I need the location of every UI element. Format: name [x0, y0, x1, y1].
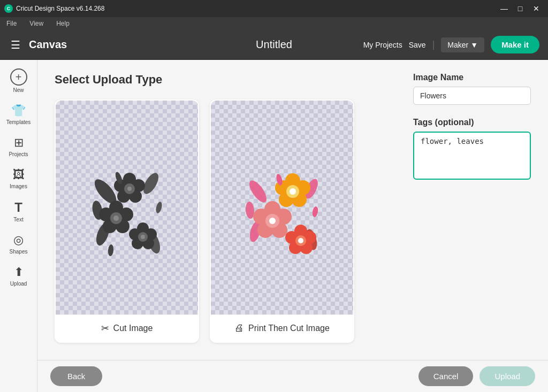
image-name-section: Image Name	[413, 73, 531, 105]
make-it-button[interactable]: Make it	[491, 36, 539, 53]
sidebar-item-projects[interactable]: ⊞ Projects	[3, 132, 35, 162]
save-button[interactable]: Save	[409, 41, 426, 49]
close-button[interactable]: ✕	[529, 3, 544, 14]
new-icon: +	[10, 68, 27, 86]
tags-label: Tags (optional)	[413, 118, 531, 127]
cancel-button[interactable]: Cancel	[418, 366, 474, 386]
print-cut-card[interactable]: 🖨 Print Then Cut Image	[210, 99, 354, 343]
shapes-icon: ◎	[13, 233, 24, 247]
sidebar-new-label: New	[13, 87, 24, 93]
print-icon: 🖨	[234, 322, 244, 334]
upload-button[interactable]: Upload	[480, 366, 535, 386]
sidebar-text-label: Text	[13, 217, 23, 222]
svg-point-47	[269, 218, 276, 224]
menu-view[interactable]: View	[27, 19, 45, 28]
cut-image-label: ✂ Cut Image	[56, 314, 198, 342]
app-icon: C	[4, 4, 13, 13]
svg-point-18	[113, 216, 119, 221]
svg-point-28	[108, 244, 114, 257]
print-cut-text: Print Then Cut Image	[248, 324, 330, 333]
sidebar-item-text[interactable]: T Text	[3, 196, 35, 227]
maker-label: Maker	[447, 41, 468, 49]
minimize-button[interactable]: —	[497, 3, 512, 14]
sidebar-item-shapes[interactable]: ◎ Shapes	[3, 229, 35, 259]
header-divider: |	[432, 39, 435, 50]
hamburger-button[interactable]: ☰	[9, 36, 22, 53]
cut-image-svg	[73, 149, 180, 266]
print-cut-svg	[229, 149, 336, 266]
section-title: Select Upload Type	[55, 73, 396, 87]
menu-help[interactable]: Help	[54, 19, 72, 28]
app-name: Cricut Design Space v6.14.268	[16, 5, 104, 12]
upload-sidebar-icon: ⬆	[14, 265, 24, 279]
images-icon: 🖼	[13, 168, 25, 182]
svg-point-25	[141, 235, 145, 239]
sidebar-upload-label: Upload	[10, 281, 27, 287]
svg-point-27	[155, 201, 163, 214]
maker-chevron-icon: ▼	[470, 41, 478, 49]
bottom-bar: Back Cancel Upload	[37, 360, 548, 392]
cut-image-preview	[56, 101, 198, 314]
cut-image-card[interactable]: ✂ Cut Image	[55, 99, 199, 343]
project-title: Untitled	[256, 39, 292, 51]
app-header: ☰ Canvas Untitled My Projects Save | Mak…	[0, 30, 548, 60]
left-panel: Select Upload Type	[55, 73, 396, 347]
sidebar-projects-label: Projects	[9, 151, 28, 157]
back-button[interactable]: Back	[50, 366, 102, 386]
content-area: Select Upload Type	[37, 60, 548, 392]
main-layout: + New 👕 Templates ⊞ Projects 🖼 Images T …	[0, 60, 548, 392]
cut-image-text: Cut Image	[113, 324, 153, 333]
sidebar-images-label: Images	[10, 183, 27, 189]
sidebar: + New 👕 Templates ⊞ Projects 🖼 Images T …	[0, 60, 37, 392]
sidebar-shapes-label: Shapes	[10, 249, 28, 255]
sidebar-item-templates[interactable]: 👕 Templates	[3, 99, 35, 129]
tags-section: Tags (optional) flower, leaves	[413, 118, 531, 182]
my-projects-button[interactable]: My Projects	[363, 41, 402, 49]
sidebar-item-upload[interactable]: ⬆ Upload	[3, 261, 35, 291]
menu-bar: File View Help	[0, 17, 548, 30]
svg-point-11	[127, 187, 132, 191]
cut-icon: ✂	[101, 322, 109, 334]
upload-cards: ✂ Cut Image	[55, 99, 396, 343]
sidebar-item-new[interactable]: + New	[3, 64, 35, 97]
sidebar-item-images[interactable]: 🖼 Images	[3, 164, 35, 194]
maximize-button[interactable]: □	[513, 3, 528, 14]
print-cut-preview	[211, 101, 353, 314]
svg-point-54	[298, 238, 303, 243]
canvas-label: Canvas	[29, 39, 67, 51]
svg-point-29	[246, 178, 270, 205]
maker-button[interactable]: Maker ▼	[441, 37, 484, 52]
menu-file[interactable]: File	[4, 19, 19, 28]
image-name-label: Image Name	[413, 73, 531, 82]
sidebar-templates-label: Templates	[6, 119, 31, 125]
svg-point-40	[290, 188, 296, 195]
right-panel: Image Name Tags (optional) flower, leave…	[413, 73, 531, 347]
image-name-input[interactable]	[413, 87, 531, 105]
text-icon: T	[14, 200, 22, 215]
title-bar: C Cricut Design Space v6.14.268 — □ ✕	[0, 0, 548, 17]
svg-point-56	[311, 206, 318, 217]
tags-input[interactable]: flower, leaves	[413, 132, 531, 180]
templates-icon: 👕	[11, 104, 26, 118]
projects-icon: ⊞	[14, 136, 24, 150]
print-cut-label: 🖨 Print Then Cut Image	[211, 314, 353, 341]
